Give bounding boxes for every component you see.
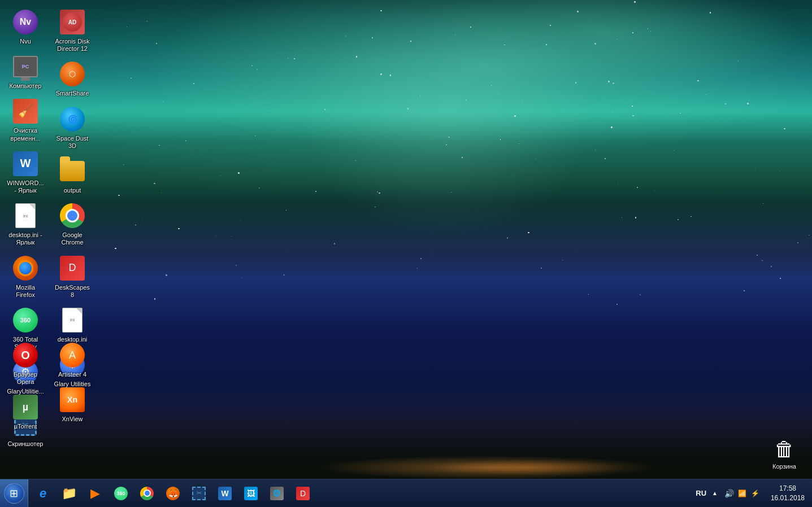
desktop-icon-xnview[interactable]: Xn XnView — [50, 383, 95, 426]
icon-label-output: output — [64, 187, 81, 194]
taskbar-apps: e 📁 ▶ 360 — [28, 479, 691, 507]
tb-firefox-icon: 🦊 — [166, 487, 180, 500]
start-button[interactable]: ⊞ — [0, 479, 28, 508]
folder-icon — [60, 161, 85, 181]
taskbar-app-chrome[interactable] — [134, 482, 159, 505]
volume-icon[interactable]: 🔊 — [724, 488, 735, 499]
desktop-icon-output[interactable]: output — [50, 155, 95, 197]
artisteer-icon: A — [60, 343, 85, 368]
desktop-icon-desktopini-shortcut[interactable]: ini desktop.ini - Ярлык — [3, 199, 48, 249]
icon-label-winword: WINWORD... - Ярлык — [6, 180, 45, 194]
chrome-icon — [60, 203, 85, 228]
icon-label-smartshare: SmartShare — [56, 90, 89, 97]
icon-label-chrome: Google Chrome — [53, 231, 92, 246]
icon-label-artisteer: Artisteer 4 — [58, 371, 86, 378]
desktop-icon-smartshare[interactable]: ⬡ SmartShare — [50, 58, 95, 100]
desktop-icon-firefox[interactable]: Mozilla Firefox — [3, 252, 48, 301]
xnview-icon: Xn — [60, 387, 85, 412]
desktop-icon-clean[interactable]: 🧹 Очистка временн... — [3, 95, 48, 145]
utorrent-icon: µ — [13, 395, 38, 419]
icon-label-desktopini-s: desktop.ini - Ярлык — [6, 231, 45, 246]
icon-label-computer: Компьютер — [10, 82, 42, 90]
computer-icon: PC — [13, 56, 38, 77]
firefox-icon — [13, 256, 38, 281]
opera-icon: O — [13, 343, 38, 368]
start-orb: ⊞ — [4, 483, 24, 504]
taskbar-app-deskscapes[interactable]: D — [290, 482, 315, 505]
tb-chrome-icon — [140, 487, 154, 500]
language-indicator[interactable]: RU — [693, 488, 709, 499]
icon-label-opera: Браузер Opera — [6, 371, 45, 386]
desktop: Nv Nvu PC Компьютер 🧹 Очистка временн...… — [0, 0, 812, 507]
file2-icon: ini — [62, 308, 82, 333]
tb-screenshot-icon: ✂ — [192, 487, 206, 500]
desktop-icon-spacedust[interactable]: 🌀 Space Dust 3D — [50, 103, 95, 152]
system-tray: 🔊 📶 ⚡ — [721, 488, 764, 499]
desktop-icon-computer[interactable]: PC Компьютер — [3, 50, 48, 93]
tray-expand-arrow[interactable]: ▲ — [711, 490, 719, 496]
recycle-bin[interactable]: 🗑 Корзина — [768, 433, 801, 473]
desktop-icon-winword[interactable]: W WINWORD... - Ярлык — [3, 147, 48, 197]
tb-network-icon: 🌐 — [270, 487, 284, 500]
icon-label-deskscapes: DeskScapes 8 — [53, 284, 92, 299]
taskbar-app-firefox[interactable]: 🦊 — [160, 482, 185, 505]
icon-label-acronis: Acronis Disk Director 12 — [53, 38, 92, 53]
word-icon: W — [13, 151, 38, 176]
file-icon: ini — [15, 203, 36, 228]
icon-label-clean: Очистка временн... — [6, 127, 45, 142]
icon-label-spacedust: Space Dust 3D — [53, 135, 92, 150]
taskbar: ⊞ e 📁 ▶ — [0, 479, 812, 507]
tb-deskscapes-icon: D — [296, 487, 310, 500]
taskbar-app-explorer[interactable]: 📁 — [57, 482, 81, 505]
taskbar-right: RU ▲ 🔊 📶 ⚡ 17:58 16.01.2018 — [691, 479, 812, 507]
aurora-overlay — [0, 0, 812, 330]
desktop-icon-deskscapes[interactable]: D DeskScapes 8 — [50, 252, 95, 301]
network-status-icon[interactable]: 📶 — [737, 488, 748, 499]
taskbar-app-media[interactable]: ▶ — [82, 482, 107, 505]
taskbar-app-ie[interactable]: e — [31, 482, 55, 505]
taskbar-app-photo[interactable]: 🖼 — [238, 482, 263, 505]
taskbar-app-screenshot[interactable]: ✂ — [186, 482, 211, 505]
tb-360-icon: 360 — [114, 487, 128, 500]
tb-word-icon: W — [218, 487, 232, 500]
deskscapes-icon: D — [60, 256, 85, 281]
icon-label-utorrent: µTorrent — [14, 423, 37, 430]
spacedust-icon: 🌀 — [60, 107, 85, 132]
windows-logo-icon: ⊞ — [10, 487, 18, 500]
desktop-icon-opera[interactable]: O Браузер Opera — [3, 339, 48, 388]
icon-label-nvu: Nvu — [20, 38, 31, 45]
desktop-icon-utorrent[interactable]: µ µTorrent — [3, 391, 48, 433]
desktop-icon-acronis[interactable]: AD Acronis Disk Director 12 — [50, 6, 95, 55]
taskbar-app-360[interactable]: 360 — [108, 482, 133, 505]
explorer-icon: 📁 — [62, 486, 77, 501]
stars-layer — [113, 0, 812, 304]
icon-label-screenshot: Скриншотер — [8, 440, 44, 448]
clock[interactable]: 17:58 16.01.2018 — [766, 484, 809, 503]
icon-label-xnview: XnView — [62, 416, 82, 423]
power-icon[interactable]: ⚡ — [750, 488, 761, 499]
desktop-icon-nvu[interactable]: Nv Nvu — [3, 6, 48, 48]
desktop-icon-chrome[interactable]: Google Chrome — [50, 199, 95, 249]
taskbar-app-word[interactable]: W — [212, 482, 237, 505]
ie-icon: e — [40, 486, 46, 501]
clock-time: 17:58 — [779, 484, 796, 493]
taskbar-app-network[interactable]: 🌐 — [264, 482, 289, 505]
tb-photo-icon: 🖼 — [244, 487, 258, 500]
recycle-bin-icon: 🗑 — [771, 436, 798, 463]
icon-label-firefox: Mozilla Firefox — [6, 284, 45, 299]
desktop-icon-artisteer[interactable]: A Artisteer 4 — [50, 339, 95, 381]
clock-date: 16.01.2018 — [771, 493, 805, 503]
360-icon: 360 — [13, 308, 38, 333]
smartshare-icon: ⬡ — [60, 62, 85, 86]
recycle-bin-label: Корзина — [772, 463, 796, 470]
acronis-icon: AD — [60, 10, 85, 34]
media-icon: ▶ — [90, 486, 100, 501]
